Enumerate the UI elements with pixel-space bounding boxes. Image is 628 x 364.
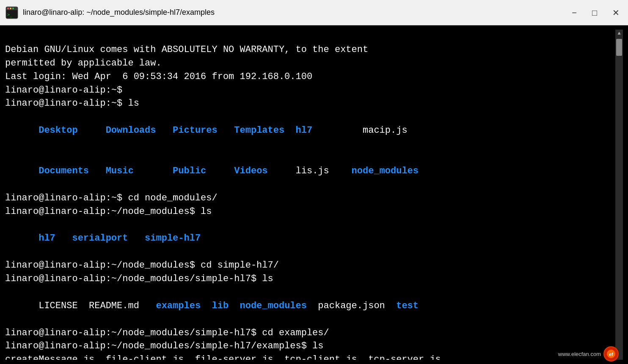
dir-templates: Templates — [234, 125, 284, 136]
dir-public: Public — [173, 166, 206, 176]
dir-node-modules: node_modules — [352, 166, 419, 176]
window-title: linaro@linaro-alip: ~/node_modules/simpl… — [23, 8, 215, 17]
terminal-line: permitted by applicable law. — [5, 57, 615, 70]
terminal-line: linaro@linaro-alip:~$ cd node_modules/ — [5, 192, 615, 205]
dir-serialport: serialport — [72, 233, 128, 244]
terminal-line: linaro@linaro-alip:~/node_modules/simple… — [5, 272, 615, 286]
terminal-line: Debian GNU/Linux comes with ABSOLUTELY N… — [5, 43, 615, 57]
terminal-line — [5, 30, 615, 43]
terminal-line: linaro@linaro-alip:~/node_modules/simple… — [5, 339, 615, 353]
terminal-window[interactable]: Debian GNU/Linux comes with ABSOLUTELY N… — [0, 25, 628, 364]
terminal-icon: >_ — [5, 6, 19, 19]
terminal-line: linaro@linaro-alip:~$ ls — [5, 97, 615, 110]
dir-downloads: Downloads — [106, 125, 156, 136]
terminal-line: linaro@linaro-alip:~$ — [5, 84, 615, 97]
dir-examples: examples — [156, 301, 201, 311]
dir-documents: Documents — [39, 166, 89, 176]
terminal-line: linaro@linaro-alip:~/node_modules$ ls — [5, 205, 615, 219]
terminal-line-dirs2: Documents Music Public Videos lis.js nod… — [5, 151, 615, 192]
dir-lib: lib — [212, 301, 229, 311]
svg-point-2 — [7, 8, 9, 9]
dir-test: test — [396, 301, 419, 311]
svg-point-4 — [12, 8, 14, 9]
maximize-button[interactable]: □ — [589, 7, 600, 19]
dir-simple-hl7: simple-hl7 — [145, 233, 201, 244]
dir-desktop: Desktop — [39, 125, 77, 136]
dir-node-modules2: node_modules — [240, 301, 307, 311]
scroll-up-arrow[interactable]: ▲ — [616, 30, 622, 37]
dir-music: Music — [106, 166, 134, 176]
dir-pictures: Pictures — [173, 125, 218, 136]
terminal-line: Last login: Wed Apr 6 09:53:34 2016 from… — [5, 70, 615, 84]
scroll-thumb[interactable] — [616, 39, 622, 56]
terminal-content: Debian GNU/Linux comes with ABSOLUTELY N… — [5, 30, 615, 360]
svg-text:>_: >_ — [7, 12, 13, 17]
terminal-line-nm: hl7 serialport simple-hl7 — [5, 218, 615, 259]
terminal-line: createMessage.js file-client.js file-ser… — [5, 353, 615, 360]
title-bar-left: >_ linaro@linaro-alip: ~/node_modules/si… — [5, 6, 215, 19]
dir-videos: Videos — [234, 166, 267, 176]
svg-text:ef: ef — [609, 352, 613, 357]
watermark-area: www.elecfan.com ef — [558, 346, 619, 361]
dir-hl7-nm: hl7 — [39, 233, 55, 244]
dir-hl7: hl7 — [296, 125, 313, 136]
watermark-text: www.elecfan.com — [558, 351, 601, 357]
terminal-line-shl7: LICENSE README.md examples lib node_modu… — [5, 286, 615, 326]
terminal-line: linaro@linaro-alip:~/node_modules/simple… — [5, 326, 615, 340]
title-bar: >_ linaro@linaro-alip: ~/node_modules/si… — [0, 0, 628, 25]
minimize-button[interactable]: − — [568, 7, 580, 19]
window-controls: − □ ✕ — [568, 7, 623, 19]
terminal-line: linaro@linaro-alip:~/node_modules$ cd si… — [5, 259, 615, 272]
svg-point-3 — [10, 8, 11, 9]
scrollbar[interactable]: ▲ — [615, 30, 623, 360]
close-button[interactable]: ✕ — [609, 7, 623, 19]
site-logo-icon: ef — [603, 346, 619, 361]
terminal-line-dirs1: Desktop Downloads Pictures Templates hl7… — [5, 110, 615, 151]
